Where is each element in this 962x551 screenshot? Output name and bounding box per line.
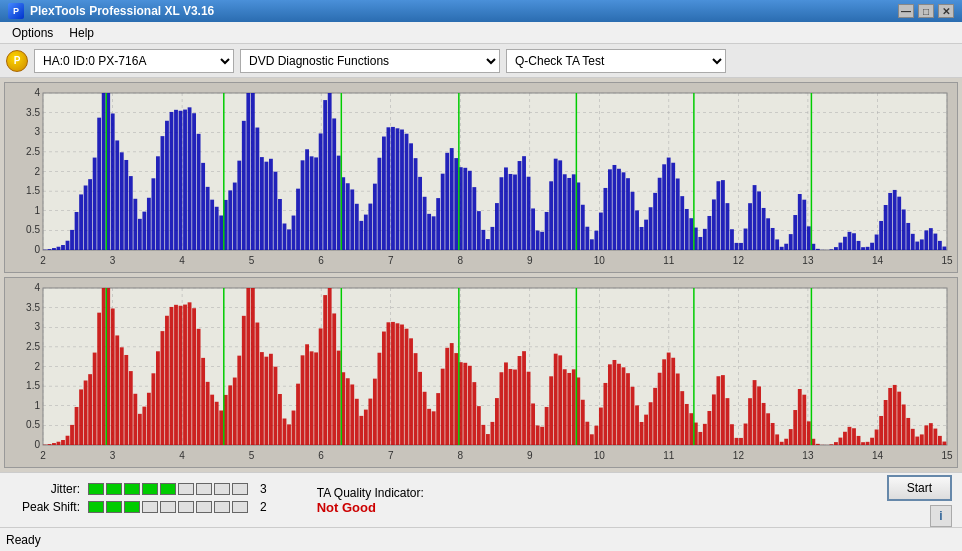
progress-segment <box>142 483 158 495</box>
progress-segment <box>142 501 158 513</box>
progress-segment <box>196 483 212 495</box>
progress-segment <box>178 501 194 513</box>
peakshift-progress <box>88 501 248 513</box>
progress-segment <box>178 483 194 495</box>
progress-segment <box>214 501 230 513</box>
metrics-section: Jitter: 3 Peak Shift: 2 <box>10 482 267 518</box>
bottom-chart-canvas <box>5 278 957 467</box>
ta-quality-label: TA Quality Indicator: <box>317 486 424 500</box>
start-button[interactable]: Start <box>887 475 952 501</box>
progress-segment <box>160 501 176 513</box>
progress-segment <box>232 483 248 495</box>
ta-quality-section: TA Quality Indicator: Not Good <box>317 486 424 515</box>
function-select[interactable]: DVD Diagnostic Functions <box>240 49 500 73</box>
progress-segment <box>232 501 248 513</box>
close-button[interactable]: ✕ <box>938 4 954 18</box>
progress-segment <box>106 501 122 513</box>
ta-quality-value: Not Good <box>317 500 424 515</box>
app-title: PlexTools Professional XL V3.16 <box>30 4 214 18</box>
progress-segment <box>196 501 212 513</box>
menu-help[interactable]: Help <box>61 24 102 42</box>
minimize-button[interactable]: — <box>898 4 914 18</box>
menu-options[interactable]: Options <box>4 24 61 42</box>
titlebar: P PlexTools Professional XL V3.16 — □ ✕ <box>0 0 962 22</box>
progress-segment <box>124 501 140 513</box>
peakshift-value: 2 <box>260 500 267 514</box>
progress-segment <box>88 483 104 495</box>
bottom-chart <box>4 277 958 468</box>
jitter-row: Jitter: 3 <box>10 482 267 496</box>
bottombar: Jitter: 3 Peak Shift: 2 TA Quality Indic… <box>0 472 962 527</box>
buttons-section: Start i <box>887 473 952 527</box>
charts-area <box>0 78 962 472</box>
top-chart-canvas <box>5 83 957 272</box>
drive-icon: P <box>6 50 28 72</box>
peakshift-label: Peak Shift: <box>10 500 80 514</box>
menubar: Options Help <box>0 22 962 44</box>
toolbar: P HA:0 ID:0 PX-716A DVD Diagnostic Funct… <box>0 44 962 78</box>
progress-segment <box>160 483 176 495</box>
maximize-button[interactable]: □ <box>918 4 934 18</box>
test-select[interactable]: Q-Check TA Test <box>506 49 726 73</box>
titlebar-controls[interactable]: — □ ✕ <box>898 4 954 18</box>
progress-segment <box>124 483 140 495</box>
titlebar-left: P PlexTools Professional XL V3.16 <box>8 3 214 19</box>
drive-select[interactable]: HA:0 ID:0 PX-716A <box>34 49 234 73</box>
peakshift-row: Peak Shift: 2 <box>10 500 267 514</box>
app-icon: P <box>8 3 24 19</box>
progress-segment <box>88 501 104 513</box>
progress-segment <box>106 483 122 495</box>
jitter-label: Jitter: <box>10 482 80 496</box>
statusbar: Ready <box>0 527 962 551</box>
progress-segment <box>214 483 230 495</box>
jitter-value: 3 <box>260 482 267 496</box>
top-chart <box>4 82 958 273</box>
jitter-progress <box>88 483 248 495</box>
status-text: Ready <box>6 533 41 547</box>
info-button[interactable]: i <box>930 505 952 527</box>
